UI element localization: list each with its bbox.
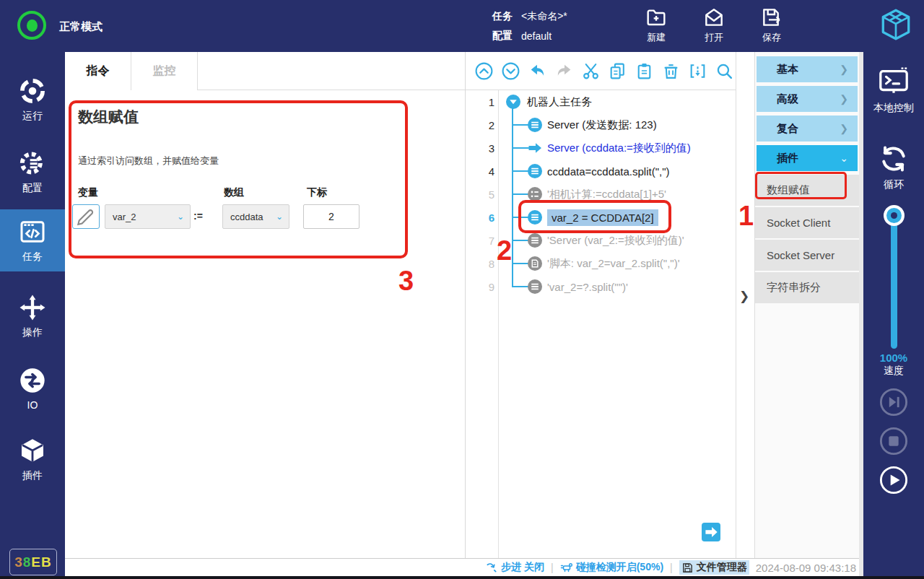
- insert-icon[interactable]: [688, 61, 707, 81]
- file-manager-icon: [681, 562, 694, 574]
- collision-detect-toggle[interactable]: 碰撞检测开启(50%): [560, 561, 663, 574]
- step-mode-label: 步进 关闭: [501, 561, 544, 574]
- sidebar-item-label: 操作: [22, 326, 43, 339]
- line-number: 4: [466, 165, 494, 178]
- redo-icon[interactable]: [554, 61, 574, 81]
- sidebar-item-label: IO: [27, 399, 38, 411]
- tab-spacer: [198, 52, 465, 90]
- category-复合[interactable]: 复合❯: [757, 116, 858, 142]
- category-插件[interactable]: 插件⌄: [757, 145, 858, 171]
- next-page-button[interactable]: [702, 523, 720, 541]
- task-info: 任务 <未命名>* 配置 default: [492, 6, 567, 45]
- tree-row-5[interactable]: 5'相机计算:=ccddata[1]+5': [466, 183, 736, 206]
- tree-toolbar: [466, 52, 736, 90]
- speed-slider-knob[interactable]: [884, 205, 905, 226]
- sidebar-item-config[interactable]: 配置: [0, 141, 65, 203]
- category-label: 插件: [777, 152, 798, 165]
- top-bar: 正常模式 任务 <未命名>* 配置 default 新建打开保存: [0, 0, 924, 52]
- chevron-right-icon: ❯: [840, 93, 848, 105]
- variable-select[interactable]: var_2 ⌄: [105, 204, 191, 229]
- collapse-chevron-icon[interactable]: ❯: [739, 289, 749, 304]
- cut-icon[interactable]: [581, 61, 601, 81]
- tree-row-1[interactable]: 1机器人主任务: [466, 90, 736, 113]
- line-number: 8: [466, 258, 494, 270]
- task-icon: [18, 217, 47, 246]
- action-label: 保存: [762, 31, 781, 44]
- step-forward-button[interactable]: [879, 388, 908, 417]
- sidebar-item-plugin[interactable]: 插件: [0, 428, 65, 490]
- sidebar-item-io[interactable]: IO: [0, 357, 65, 419]
- plugin-item[interactable]: 数组赋值: [755, 175, 859, 206]
- stop-button[interactable]: [879, 427, 908, 456]
- tree-row-6[interactable]: 6var_2 = CCDDATA[2]: [466, 206, 736, 229]
- status-bar: 步进 关闭 | 碰撞检测开启(50%) | 文件管理器 2024-08-09 0…: [65, 558, 859, 576]
- code-badge[interactable]: 38EB: [9, 549, 57, 575]
- lines-node-icon: [527, 117, 543, 133]
- badge-char: 8: [23, 554, 32, 570]
- tree-row-4[interactable]: 4ccddata=ccddata.split(","): [466, 160, 736, 183]
- open-task-button[interactable]: 打开: [693, 6, 735, 44]
- play-button[interactable]: [879, 466, 908, 495]
- tab-monitor[interactable]: 监控: [131, 52, 198, 90]
- tree-row-text: '相机计算:=ccddata[1]+5': [547, 188, 666, 201]
- line-number: 9: [466, 281, 494, 293]
- undo-icon[interactable]: [528, 61, 547, 81]
- category-基本[interactable]: 基本❯: [757, 56, 858, 82]
- plugin-item[interactable]: 字符串拆分: [755, 272, 859, 303]
- local-control-icon[interactable]: [877, 65, 910, 98]
- local-control-label: 本地控制: [873, 102, 914, 115]
- separator: |: [551, 562, 554, 573]
- collision-icon: [560, 561, 573, 574]
- tree-row-8[interactable]: 8'脚本: var_2=var_2.split(",")': [466, 252, 736, 275]
- plugin-item-label: Socket Client: [767, 217, 830, 229]
- new-task-button[interactable]: 新建: [635, 6, 677, 44]
- tree-row-2[interactable]: 2Server (发送数据: 123): [466, 113, 736, 136]
- speed-slider-track[interactable]: [891, 215, 897, 349]
- chevron-down-icon: ⌄: [177, 212, 184, 222]
- loop-icon[interactable]: [878, 143, 910, 175]
- index-input[interactable]: [303, 204, 359, 229]
- new-task-icon: [645, 6, 668, 29]
- move-down-icon[interactable]: [501, 61, 520, 81]
- sidebar-item-operate[interactable]: 操作: [0, 285, 65, 347]
- task-name-value: <未命名>*: [521, 10, 567, 23]
- chevron-right-icon: ❯: [840, 123, 848, 134]
- tree-row-3[interactable]: 3Server (ccddata:=接收到的值): [466, 136, 736, 160]
- open-task-icon: [702, 6, 725, 29]
- delete-icon[interactable]: [661, 61, 681, 81]
- robot-teach-pendant-app: 正常模式 任务 <未命名>* 配置 default 新建打开保存 38EB 运行…: [0, 0, 924, 579]
- chevron-right-icon: ❯: [840, 64, 848, 75]
- line-number: 1: [466, 96, 494, 108]
- search-icon[interactable]: [715, 61, 734, 81]
- program-tree: 1机器人主任务2Server (发送数据: 123)3Server (ccdda…: [466, 90, 736, 558]
- lines-node-icon: [527, 163, 543, 179]
- sidebar-item-run[interactable]: 运行: [0, 69, 65, 131]
- file-manager-button[interactable]: 文件管理器: [679, 560, 749, 575]
- tree-row-9[interactable]: 9'var_2=?.split("")': [466, 275, 736, 298]
- line-number: 5: [466, 188, 494, 201]
- paste-icon[interactable]: [635, 61, 654, 81]
- sidebar-item-task[interactable]: 任务: [0, 209, 65, 271]
- category-label: 复合: [777, 122, 798, 136]
- plugin-item-label: 数组赋值: [767, 183, 810, 197]
- separator: |: [670, 562, 673, 573]
- tab-instruction[interactable]: 指令: [65, 52, 131, 90]
- copy-icon[interactable]: [608, 61, 627, 81]
- sidebar-item-label: 运行: [22, 110, 43, 123]
- plugin-item[interactable]: Socket Server: [755, 240, 859, 271]
- plugin-item[interactable]: Socket Client: [755, 207, 859, 238]
- chevron-down-icon: ⌄: [840, 152, 848, 164]
- tree-row-7[interactable]: 7'Server (var_2:=接收到的值)': [466, 229, 736, 252]
- tab-bar: 指令 监控: [65, 52, 465, 90]
- plugin-icon: [18, 436, 47, 465]
- badge-char: 3: [14, 554, 23, 570]
- line-number: 6: [466, 212, 494, 224]
- program-tree-panel: 1机器人主任务2Server (发送数据: 123)3Server (ccdda…: [466, 52, 736, 558]
- operate-icon: [18, 293, 47, 322]
- step-mode-toggle[interactable]: 步进 关闭: [486, 561, 544, 574]
- array-select[interactable]: ccddata ⌄: [222, 204, 289, 229]
- edit-variable-button[interactable]: [72, 204, 100, 229]
- category-高级[interactable]: 高级❯: [757, 86, 858, 112]
- move-up-icon[interactable]: [474, 61, 494, 81]
- save-task-button[interactable]: 保存: [751, 6, 793, 44]
